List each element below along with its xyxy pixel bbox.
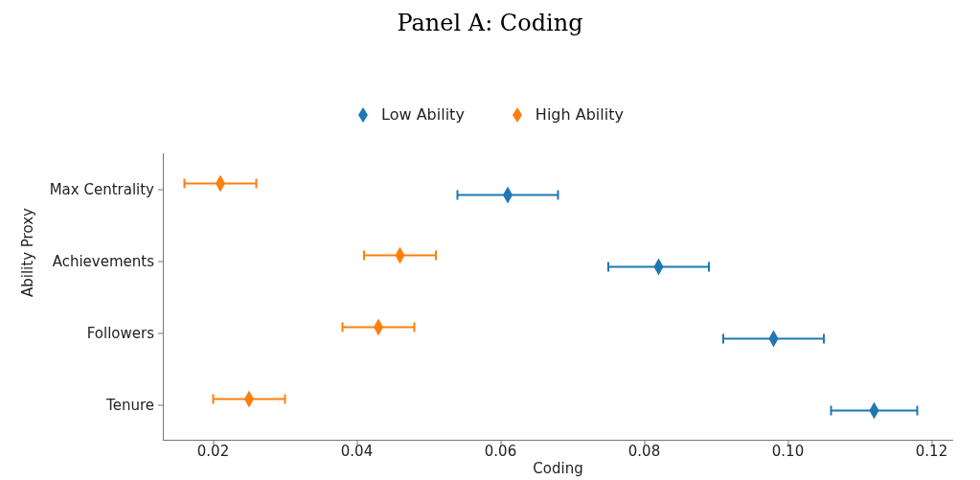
y-tick-label: Tenure: [11, 397, 154, 414]
legend-item-low: Low Ability: [356, 105, 465, 124]
y-tick-label: Max Centrality: [11, 181, 154, 198]
data-point: [769, 331, 779, 348]
data-point: [503, 187, 513, 204]
plot-svg: [163, 153, 953, 441]
y-tick-mark: [158, 261, 163, 262]
data-point: [374, 319, 383, 336]
x-tick-mark: [500, 441, 501, 446]
data-point: [870, 402, 879, 420]
x-tick-mark: [213, 441, 214, 446]
diamond-icon: [356, 106, 370, 124]
svg-marker-1: [513, 107, 522, 123]
diamond-icon: [511, 106, 524, 124]
x-tick-mark: [356, 441, 357, 446]
svg-marker-0: [358, 107, 368, 123]
x-tick-mark: [787, 441, 788, 446]
legend-item-high: High Ability: [511, 105, 624, 124]
data-point: [244, 391, 254, 408]
y-tick-label: Followers: [11, 325, 154, 342]
data-point: [216, 175, 225, 193]
data-point: [396, 247, 405, 264]
y-tick-mark: [158, 332, 163, 333]
legend-label-high: High Ability: [536, 105, 624, 124]
legend-label-low: Low Ability: [381, 105, 465, 124]
chart-title: Panel A: Coding: [0, 10, 980, 36]
figure: Panel A: Coding Low Ability High Ability…: [0, 0, 980, 480]
y-tick-label: Achievements: [11, 253, 154, 270]
y-tick-mark: [158, 189, 163, 190]
data-point: [654, 259, 664, 276]
y-tick-mark: [158, 404, 163, 405]
x-tick-mark: [931, 441, 932, 446]
x-axis-label: Coding: [163, 460, 953, 477]
legend: Low Ability High Ability: [0, 105, 980, 124]
x-tick-mark: [644, 441, 645, 446]
